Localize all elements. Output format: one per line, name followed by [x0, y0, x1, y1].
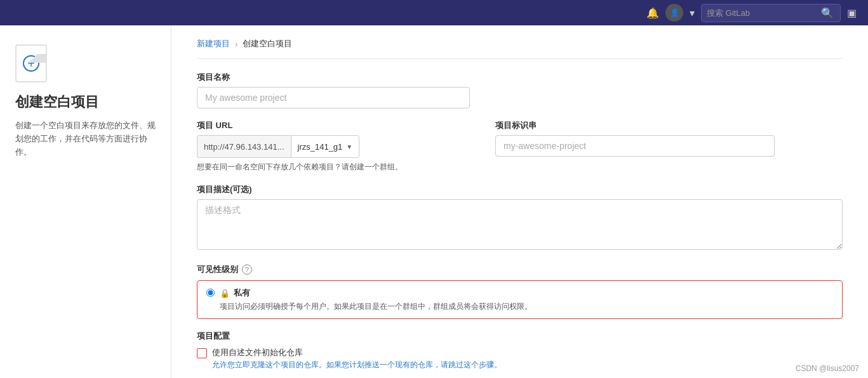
visibility-box: 🔒 私有 项目访问必须明确授予每个用户。如果此项目是在一个群组中，群组成员将会获… — [197, 280, 843, 319]
project-slug-section: 项目标识串 — [495, 120, 775, 157]
project-slug-input[interactable] — [495, 135, 775, 157]
config-section: 项目配置 使用自述文件初始化仓库 允许您立即克隆这个项目的仓库。如果您计划推送一… — [197, 330, 843, 370]
project-slug-label: 项目标识串 — [495, 120, 775, 131]
main-layout: + 创建空白项目 创建一个空白项目来存放您的文件、规划您的工作，并在代码等方面进… — [0, 25, 868, 378]
sidebar-description: 创建一个空白项目来存放您的文件、规划您的工作，并在代码等方面进行协作。 — [15, 119, 156, 159]
visibility-label-row: 可见性级别 ? — [197, 264, 843, 275]
readme-checkbox-row: 使用自述文件初始化仓库 允许您立即克隆这个项目的仓库。如果您计划推送一个现有的仓… — [197, 347, 843, 370]
visibility-private-row: 🔒 私有 项目访问必须明确授予每个用户。如果此项目是在一个群组中，群组成员将会获… — [206, 287, 833, 312]
visibility-private-content: 🔒 私有 项目访问必须明确授予每个用户。如果此项目是在一个群组中，群组成员将会获… — [220, 287, 532, 312]
description-textarea[interactable] — [197, 199, 843, 250]
url-slug-row: 项目 URL http://47.96.143.141... jrzs_141_… — [197, 120, 843, 184]
url-prefix: http://47.96.143.141... — [197, 135, 291, 158]
sidebar-title: 创建空白项目 — [15, 93, 156, 112]
url-column: 项目 URL http://47.96.143.141... jrzs_141_… — [197, 120, 470, 184]
project-name-input[interactable] — [197, 87, 470, 108]
namespace-value: jrzs_141_g1 — [298, 142, 343, 152]
readme-hint: 允许您立即克隆这个项目的仓库。如果您计划推送一个现有的仓库，请跳过这个步骤。 — [212, 360, 502, 370]
namespace-hint: 想要在同一命名空间下存放几个依赖项目？请创建一个群组。 — [197, 162, 470, 173]
nav-right: 🔔 👤 ▾ 🔍 ▣ — [643, 4, 860, 22]
visibility-private-desc: 项目访问必须明确授予每个用户。如果此项目是在一个群组中，群组成员将会获得访问权限… — [220, 301, 532, 312]
search-input[interactable] — [707, 8, 821, 18]
namespace-dropdown[interactable]: jrzs_141_g1 ▼ — [291, 135, 360, 158]
sidebar-icon-wrap: + — [15, 44, 156, 82]
visibility-section: 可见性级别 ? 🔒 私有 项目访问必须明确授予每个用户。如果此项目是在一个群组中… — [197, 264, 843, 319]
readme-checkbox[interactable] — [197, 348, 207, 358]
avatar[interactable]: 👤 — [665, 4, 683, 22]
create-project-icon: + — [15, 44, 47, 82]
plus-circle-icon: + — [23, 55, 39, 72]
breadcrumb-parent-link[interactable]: 新建项目 — [197, 38, 230, 49]
slug-column: 项目标识串 — [495, 120, 775, 168]
readme-content: 使用自述文件初始化仓库 允许您立即克隆这个项目的仓库。如果您计划推送一个现有的仓… — [212, 347, 502, 370]
description-section: 项目描述(可选) — [197, 184, 843, 252]
description-label: 项目描述(可选) — [197, 184, 843, 195]
project-url-section: 项目 URL http://47.96.143.141... jrzs_141_… — [197, 120, 470, 173]
visibility-help-icon[interactable]: ? — [242, 264, 252, 275]
search-bar[interactable]: 🔍 — [701, 4, 841, 22]
content-area: 新建项目 › 创建空白项目 项目名称 项目 URL http://47.96.1… — [171, 25, 868, 378]
chevron-down-icon: ▼ — [346, 143, 352, 150]
menu-icon[interactable]: ▣ — [843, 4, 860, 22]
project-name-label: 项目名称 — [197, 72, 843, 83]
breadcrumb: 新建项目 › 创建空白项目 — [197, 38, 843, 59]
project-name-section: 项目名称 — [197, 72, 843, 108]
project-url-label: 项目 URL — [197, 120, 470, 131]
navbar: 🔔 👤 ▾ 🔍 ▣ — [0, 0, 868, 25]
config-title: 项目配置 — [197, 330, 843, 342]
breadcrumb-current: 创建空白项目 — [243, 38, 292, 49]
chevron-down-icon[interactable]: ▾ — [686, 4, 698, 22]
url-row: http://47.96.143.141... jrzs_141_g1 ▼ — [197, 135, 470, 158]
readme-label: 使用自述文件初始化仓库 — [212, 347, 502, 358]
visibility-private-title-row: 🔒 私有 — [220, 287, 532, 299]
watermark: CSDN @lisus2007 — [796, 364, 859, 373]
lock-icon: 🔒 — [220, 289, 230, 298]
visibility-private-radio[interactable] — [206, 289, 215, 297]
visibility-private-label: 私有 — [234, 287, 250, 299]
sidebar: + 创建空白项目 创建一个空白项目来存放您的文件、规划您的工作，并在代码等方面进… — [0, 25, 171, 378]
bell-icon[interactable]: 🔔 — [643, 4, 663, 22]
breadcrumb-separator: › — [235, 39, 237, 49]
search-icon: 🔍 — [821, 7, 834, 19]
visibility-label: 可见性级别 — [197, 264, 238, 275]
